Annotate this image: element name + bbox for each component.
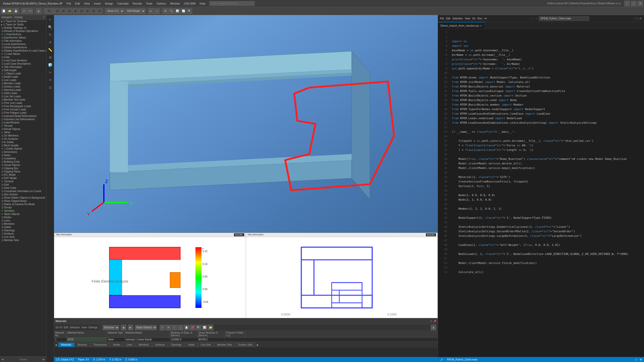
tab-line-sets[interactable]: Line Sets <box>198 343 214 347</box>
mat-tool6[interactable]: 📌 <box>190 325 195 330</box>
tree-item[interactable]: ☑Free Line Loads <box>0 101 46 105</box>
close-navigator-btn[interactable]: ✕ <box>43 16 45 19</box>
tree-item[interactable]: ☑Title Information <box>0 39 46 42</box>
mat-tool4[interactable]: ↓ <box>178 325 183 330</box>
view6-btn[interactable]: ⬛ <box>79 8 84 14</box>
vscode-debug-icon[interactable]: ⚙ <box>640 358 642 361</box>
tab-member-sets[interactable]: Member Sets <box>214 343 235 347</box>
tree-item[interactable]: ▼Basic Objects <box>0 212 46 216</box>
tab-lines[interactable]: Lines <box>124 343 135 347</box>
tree-item[interactable]: ☑Clipping Plane <box>0 170 46 173</box>
tool1-btn[interactable]: ⚙ <box>163 8 168 14</box>
tree-item[interactable]: ☑Building Grids <box>0 160 46 163</box>
tree-item[interactable]: ☑Guidelines <box>0 157 46 160</box>
tab-nodes[interactable]: Nodes <box>110 343 123 347</box>
menu-help[interactable]: Help <box>197 1 207 6</box>
tree-item[interactable]: ☑Imposed Line Deformations <box>0 118 46 121</box>
view8-btn[interactable]: ⬛ <box>91 8 96 14</box>
editor-tab-active[interactable]: Demo_import_from_rsection.py ✕ <box>438 22 485 29</box>
vscode-search[interactable] <box>539 16 589 21</box>
tab-solids[interactable]: Solids <box>185 343 197 347</box>
cell-name[interactable] <box>67 338 107 342</box>
tree-item[interactable]: ☑Imposed Nodal Deformations <box>0 114 46 118</box>
new-btn[interactable]: 📄 <box>1 8 7 14</box>
tree-item[interactable]: ▼☐Load Values <box>0 52 46 56</box>
tree-item[interactable]: ▼☐Object Loads <box>0 72 46 75</box>
icon-section[interactable]: ✂ <box>47 69 54 76</box>
icon-rotate[interactable]: ↻ <box>47 31 54 38</box>
save-btn[interactable]: 💾 <box>13 8 19 14</box>
mat-tool5[interactable]: 📋 <box>184 325 189 330</box>
tab-surface-sets[interactable]: Surface Sets <box>235 343 255 347</box>
navigator-tree[interactable]: ▶☑Types for Surfaces ▶☑Types for Solids … <box>0 20 46 356</box>
mat-tool1[interactable]: + <box>159 325 165 330</box>
menu-results[interactable]: Results <box>131 1 144 6</box>
tab-members[interactable]: Members <box>136 343 152 347</box>
nav-prev-btn[interactable]: ◀ <box>2 358 4 361</box>
tree-item[interactable]: ☑Status of Camera Fly Mode <box>0 203 46 206</box>
tree-item[interactable]: ☑Member Loads <box>0 82 46 85</box>
menu-edit[interactable]: Edit <box>73 1 82 6</box>
tool3-btn[interactable]: 📊 <box>175 8 180 14</box>
basic-objects-dropdown[interactable]: Basic Objects <box>135 325 157 330</box>
tree-item[interactable]: ☑Load Wizards <box>0 121 46 124</box>
tree-item[interactable]: ☑Local Imperfections <box>0 42 46 46</box>
tree-item[interactable]: ▼General <box>0 180 46 183</box>
minimize-btn[interactable]: − <box>624 1 630 6</box>
edit-label[interactable]: Edit <box>64 326 68 329</box>
tree-item[interactable]: ☑Axis System <box>0 193 46 196</box>
tab-surfaces[interactable]: Surfaces <box>152 343 168 347</box>
print-btn[interactable]: 🖨 <box>36 8 41 14</box>
undo-btn[interactable]: ↩ <box>21 8 27 14</box>
vscode-close[interactable]: ✕ <box>639 17 642 20</box>
code-area[interactable]: import osimport sysbaseName = os.path.ba… <box>449 29 644 357</box>
vscode-min[interactable]: − <box>633 17 635 20</box>
tree-item[interactable]: ☑On Members <box>0 134 46 137</box>
icon-move[interactable]: ✛ <box>47 39 54 46</box>
tree-item[interactable]: ☑Opening Loads <box>0 88 46 92</box>
tree-item[interactable]: ☑Member Sets <box>0 239 46 242</box>
icon-grid[interactable]: # <box>47 76 54 83</box>
loadtype-dropdown[interactable]: Self-Weight <box>125 8 145 14</box>
loadcase-dropdown[interactable]: None LC1 <box>105 8 124 14</box>
maximize-btn[interactable]: □ <box>631 1 636 6</box>
selection-label[interactable]: Selection <box>70 326 80 329</box>
icon-zoom[interactable]: 🔍 <box>47 24 54 31</box>
mat-tool8[interactable]: 📊 <box>202 325 207 330</box>
materials-close-btn[interactable]: ✕ <box>430 320 432 323</box>
tree-item[interactable]: ☑On Surfaces <box>0 137 46 141</box>
settings-label[interactable]: Settings <box>88 326 97 329</box>
vscode-back[interactable]: ← <box>531 17 534 20</box>
menu-file[interactable]: File <box>65 1 73 6</box>
tree-item[interactable]: ☑Global Imperfections <box>0 46 46 49</box>
tree-item[interactable]: ☑Members <box>0 222 46 225</box>
icon-measure[interactable]: 📏 <box>47 46 54 53</box>
tree-item[interactable]: ☑In Solids <box>0 141 46 144</box>
tree-item[interactable]: ☑DXF Model <box>0 176 46 180</box>
icon-view3d[interactable]: 🧊 <box>47 61 54 68</box>
tree-item[interactable]: ☑Mesh Quality <box>0 144 46 147</box>
tree-item[interactable]: ☑Openings <box>0 229 46 232</box>
tree-item[interactable]: ▼Numbers <box>0 209 46 212</box>
view5-btn[interactable]: ⬛ <box>73 8 78 14</box>
tool2-btn[interactable]: 🔧 <box>169 8 174 14</box>
tree-item[interactable]: ☑Free Polygon Loads <box>0 111 46 114</box>
tree-item[interactable]: ☑Clipping Box <box>0 167 46 170</box>
tree-item[interactable]: ☑Display Topology on <box>0 26 46 29</box>
menu-calculate[interactable]: Calculate <box>115 1 131 6</box>
tree-item[interactable]: ☑Member Set Loads <box>0 98 46 101</box>
tree-item[interactable]: ▼☐Imperfections <box>0 33 46 36</box>
view4-btn[interactable]: ⬛ <box>67 8 72 14</box>
menu-assign[interactable]: Assign <box>103 1 115 6</box>
materials-pin-btn[interactable]: 📌 <box>433 320 436 323</box>
tree-item[interactable]: ☑Line Sets <box>0 235 46 239</box>
tree-item[interactable]: ☑Load Case Descriptions <box>0 62 46 65</box>
redo-btn[interactable]: ↪ <box>27 8 33 14</box>
tree-item[interactable]: ☑Solid Loads <box>0 92 46 95</box>
tree-item[interactable]: ☑Terrain <box>0 206 46 209</box>
tree-item[interactable]: ☑Result Objects <box>0 127 46 131</box>
tree-item[interactable]: ☑Notes <box>0 154 46 157</box>
icon-axis[interactable]: ⊕ <box>47 54 54 61</box>
view3-btn[interactable]: ⬛ <box>61 8 66 14</box>
material-name-input[interactable] <box>68 338 106 341</box>
